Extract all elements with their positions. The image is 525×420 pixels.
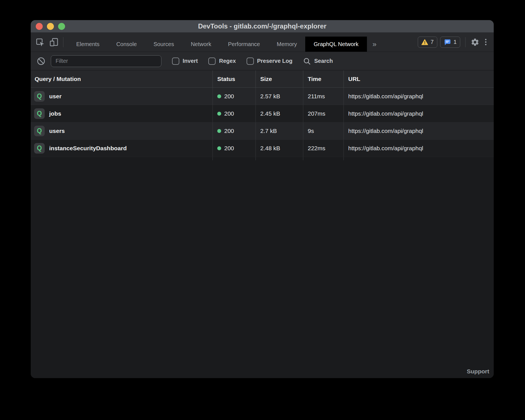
invert-checkbox[interactable]	[172, 58, 179, 65]
query-type-badge: Q	[34, 143, 45, 154]
status-ok-dot-icon	[217, 146, 221, 150]
zoom-window-button[interactable]	[58, 23, 65, 30]
tabbar-right-cluster: 7 1	[418, 37, 489, 48]
devtools-tabbar: Elements Console Sources Network Perform…	[31, 32, 494, 52]
filter-input[interactable]	[51, 55, 161, 67]
kebab-menu-icon	[485, 39, 486, 40]
time-cell: 211ms	[303, 88, 344, 105]
query-type-badge: Q	[34, 108, 45, 119]
query-name-cell: Q jobs	[31, 105, 213, 122]
clear-requests-button[interactable]	[37, 57, 45, 65]
gear-icon	[471, 38, 479, 47]
tab-memory[interactable]: Memory	[268, 37, 305, 52]
inspect-element-button[interactable]	[35, 37, 45, 47]
support-link[interactable]: Support	[467, 368, 489, 375]
more-options-button[interactable]	[482, 39, 489, 45]
query-name-cell: Q users	[31, 122, 213, 139]
warnings-badge[interactable]: 7	[418, 37, 437, 48]
traffic-lights	[36, 23, 65, 30]
size-cell: 2.45 kB	[256, 105, 303, 122]
search-button[interactable]: Search	[303, 57, 333, 65]
issues-count: 1	[454, 39, 457, 45]
column-header-query-mutation[interactable]: Query / Mutation	[31, 70, 213, 87]
kebab-menu-icon	[485, 44, 486, 45]
invert-label: Invert	[183, 58, 198, 64]
search-icon	[303, 57, 311, 65]
message-bubble-icon	[444, 39, 451, 46]
url-cell: https://gitlab.com/api/graphql	[344, 105, 494, 122]
minimize-window-button[interactable]	[47, 23, 54, 30]
time-cell: 207ms	[303, 105, 344, 122]
table-row[interactable]: Q users 200 2.7 kB 9s https://gitlab.com…	[31, 122, 494, 140]
time-cell: 9s	[303, 122, 344, 139]
regex-checkbox-group[interactable]: Regex	[208, 58, 236, 65]
warnings-count: 7	[431, 39, 434, 45]
regex-checkbox[interactable]	[208, 58, 216, 65]
table-row[interactable]: Q jobs 200 2.45 kB 207ms https://gitlab.…	[31, 105, 494, 122]
column-header-size[interactable]: Size	[256, 70, 303, 87]
window-title: DevTools - gitlab.com/-/graphql-explorer	[31, 20, 494, 32]
badge-divider	[465, 37, 466, 47]
more-tabs-button[interactable]: »	[367, 37, 382, 52]
settings-button[interactable]	[471, 38, 479, 47]
query-name: users	[49, 128, 65, 134]
url-cell: https://gitlab.com/api/graphql	[344, 140, 494, 157]
url-cell: https://gitlab.com/api/graphql	[344, 122, 494, 139]
filter-toolbar: Invert Regex Preserve Log Search	[31, 52, 494, 70]
device-toolbar-button[interactable]	[49, 37, 59, 47]
preserve-log-checkbox[interactable]	[247, 58, 254, 65]
status-cell: 200	[213, 88, 256, 105]
query-type-badge: Q	[34, 126, 45, 136]
query-type-badge: Q	[34, 91, 45, 102]
devtools-window: DevTools - gitlab.com/-/graphql-explorer…	[31, 20, 494, 378]
preserve-log-checkbox-group[interactable]: Preserve Log	[247, 58, 293, 65]
warning-triangle-icon	[421, 39, 428, 45]
query-name: user	[49, 93, 61, 100]
panel-body: Support	[31, 160, 494, 378]
tab-graphql-network[interactable]: GraphQL Network	[305, 37, 367, 52]
issues-badge[interactable]: 1	[440, 37, 460, 48]
tab-console[interactable]: Console	[108, 37, 145, 52]
block-circle-icon	[37, 57, 45, 65]
titlebar: DevTools - gitlab.com/-/graphql-explorer	[31, 20, 494, 32]
status-code: 200	[224, 110, 234, 117]
query-name-cell: Q user	[31, 88, 213, 105]
tab-elements[interactable]: Elements	[68, 37, 108, 52]
status-cell: 200	[213, 105, 256, 122]
size-cell: 2.7 kB	[256, 122, 303, 139]
search-label: Search	[314, 58, 333, 64]
regex-label: Regex	[219, 58, 236, 64]
status-cell: 200	[213, 140, 256, 157]
tab-network[interactable]: Network	[182, 37, 219, 52]
status-code: 200	[224, 128, 234, 134]
status-ok-dot-icon	[217, 129, 221, 133]
url-cell: https://gitlab.com/api/graphql	[344, 88, 494, 105]
column-header-url[interactable]: URL	[344, 70, 494, 87]
status-cell: 200	[213, 122, 256, 139]
panel-tabs: Elements Console Sources Network Perform…	[68, 37, 367, 52]
query-name-cell: Q instanceSecurityDashboard	[31, 140, 213, 157]
status-code: 200	[224, 145, 234, 152]
close-window-button[interactable]	[36, 23, 43, 30]
size-cell: 2.57 kB	[256, 88, 303, 105]
column-header-status[interactable]: Status	[213, 70, 256, 87]
status-ok-dot-icon	[217, 94, 221, 98]
kebab-menu-icon	[485, 41, 486, 43]
invert-checkbox-group[interactable]: Invert	[172, 58, 198, 65]
status-code: 200	[224, 93, 234, 100]
table-row[interactable]: Q instanceSecurityDashboard 200 2.48 kB …	[31, 140, 494, 157]
device-toolbar-icon	[49, 37, 59, 47]
column-header-time[interactable]: Time	[303, 70, 344, 87]
query-name: jobs	[49, 110, 61, 117]
preserve-log-label: Preserve Log	[257, 58, 293, 64]
size-cell: 2.48 kB	[256, 140, 303, 157]
table-row[interactable]: Q user 200 2.57 kB 211ms https://gitlab.…	[31, 88, 494, 105]
tab-sources[interactable]: Sources	[145, 37, 182, 52]
query-name: instanceSecurityDashboard	[49, 145, 127, 152]
time-cell: 222ms	[303, 140, 344, 157]
toolbar-divider	[63, 37, 63, 47]
column-line-stubs	[31, 157, 494, 160]
status-ok-dot-icon	[217, 112, 221, 116]
tab-performance[interactable]: Performance	[220, 37, 269, 52]
inspect-cursor-icon	[35, 37, 45, 47]
